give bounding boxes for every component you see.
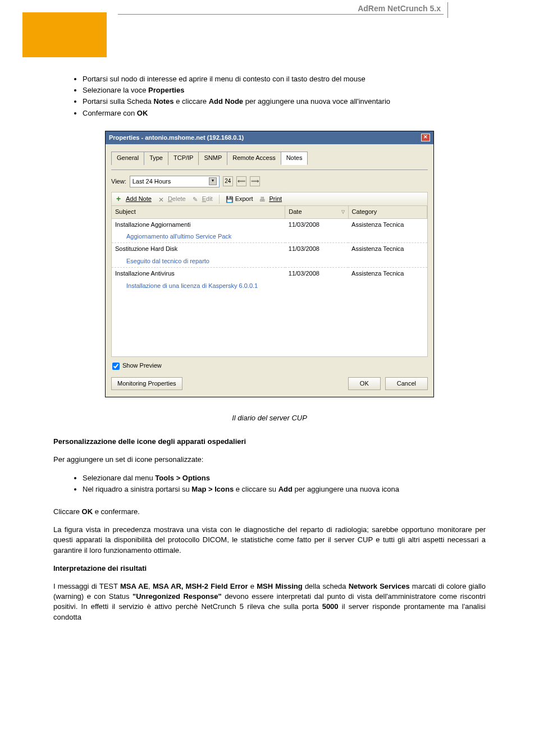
list-item: Portarsi sul nodo di interesse ed aprire…	[83, 74, 486, 84]
header-divider	[118, 14, 444, 15]
tab-notes[interactable]: Notes	[281, 152, 308, 164]
delete-button[interactable]: ✕Delete	[157, 194, 188, 204]
header-vdivider	[447, 2, 448, 18]
col-category[interactable]: Category	[348, 206, 427, 218]
section-heading: Personalizzazione delle icone degli appa…	[53, 437, 486, 447]
body-text: La figura vista in precedenza mostrava u…	[53, 525, 486, 556]
titlebar[interactable]: Properties - antonio.mshome.net (192.168…	[106, 131, 433, 144]
cancel-button[interactable]: Cancel	[385, 377, 428, 390]
section-heading: Interpretazione dei risultati	[53, 563, 486, 574]
notes-toolbar: +Add Note ✕Delete ✎Edit 💾Export 🖶Print	[111, 192, 428, 205]
list-item: Nel riquadro a sinistra portarsi su Map …	[83, 484, 486, 494]
table-row-detail: Installazione di una licenza di Kaspersk…	[112, 280, 427, 292]
col-subject[interactable]: Subject	[112, 206, 285, 218]
print-icon: 🖶	[259, 195, 267, 203]
tab-general[interactable]: General	[111, 152, 144, 164]
monitoring-properties-button[interactable]: Monitoring Properties	[111, 377, 182, 390]
view-select[interactable]: Last 24 Hours ▾	[130, 176, 220, 187]
list-item: Selezionare dal menu Tools > Options	[83, 473, 486, 483]
view-label: View:	[111, 177, 126, 186]
steps-list: Selezionare dal menu Tools > Options Nel…	[53, 473, 486, 494]
body-text: Cliccare OK e confermare.	[53, 507, 486, 517]
tab-snmp[interactable]: SNMP	[198, 152, 227, 164]
plus-icon: +	[116, 195, 124, 203]
notes-grid[interactable]: Subject Date▽ Category Installazione Agg…	[111, 205, 428, 357]
clock-icon[interactable]: 24	[223, 176, 233, 186]
body-text: Per aggiungere un set di icone personali…	[53, 455, 486, 465]
back-icon[interactable]: ⟸	[236, 176, 246, 186]
tabs-divider	[111, 169, 428, 170]
print-button[interactable]: 🖶Print	[258, 194, 284, 204]
chevron-down-icon[interactable]: ▾	[209, 177, 217, 185]
page-header: AdRem NetCrunch 5.x	[0, 0, 539, 67]
intro-list: Portarsi sul nodo di interesse ed aprire…	[53, 74, 486, 118]
show-preview-label: Show Preview	[122, 361, 162, 370]
figure-caption: Il diario del server CUP	[53, 413, 486, 423]
separator	[219, 195, 220, 204]
product-title: AdRem NetCrunch 5.x	[358, 3, 441, 15]
body-text: I messaggi di TEST MSA AE, MSA AR, MSH-2…	[53, 581, 486, 622]
edit-icon: ✎	[193, 195, 200, 203]
save-icon: 💾	[226, 195, 234, 203]
table-row[interactable]: Installazione Antivirus11/03/2008Assiste…	[112, 268, 427, 280]
col-date[interactable]: Date▽	[285, 206, 348, 218]
properties-dialog: Properties - antonio.mshome.net (192.168…	[105, 131, 434, 397]
list-item: Selezionare la voce Properties	[83, 85, 486, 95]
export-button[interactable]: 💾Export	[224, 194, 255, 204]
tab-tcpip[interactable]: TCP/IP	[168, 152, 199, 164]
list-item: Portarsi sulla Scheda Notes e cliccare A…	[83, 97, 486, 107]
ok-button[interactable]: OK	[348, 377, 381, 390]
sort-desc-icon: ▽	[341, 209, 345, 215]
forward-icon[interactable]: ⟹	[250, 176, 260, 186]
tab-strip: General Type TCP/IP SNMP Remote Access N…	[111, 151, 428, 164]
table-row[interactable]: Sostituzione Hard Disk11/03/2008Assisten…	[112, 243, 427, 255]
view-value: Last 24 Hours	[133, 177, 171, 186]
list-item: Confermare con OK	[83, 108, 486, 118]
logo-placeholder	[22, 12, 107, 57]
tab-type[interactable]: Type	[144, 152, 168, 164]
add-note-button[interactable]: +Add Note	[115, 194, 153, 204]
edit-button[interactable]: ✎Edit	[191, 194, 214, 204]
table-row-detail: Eseguito dal tecnico di reparto	[112, 255, 427, 268]
delete-icon: ✕	[158, 195, 166, 203]
dialog-title: Properties - antonio.mshome.net (192.168…	[109, 134, 244, 142]
show-preview-checkbox[interactable]	[112, 363, 120, 370]
table-row[interactable]: Installazione Aggiornamenti11/03/2008Ass…	[112, 218, 427, 231]
close-icon[interactable]: ✕	[421, 134, 430, 141]
tab-remote-access[interactable]: Remote Access	[227, 152, 281, 164]
table-row-detail: Aggiornamento all'ultimo Service Pack	[112, 231, 427, 243]
